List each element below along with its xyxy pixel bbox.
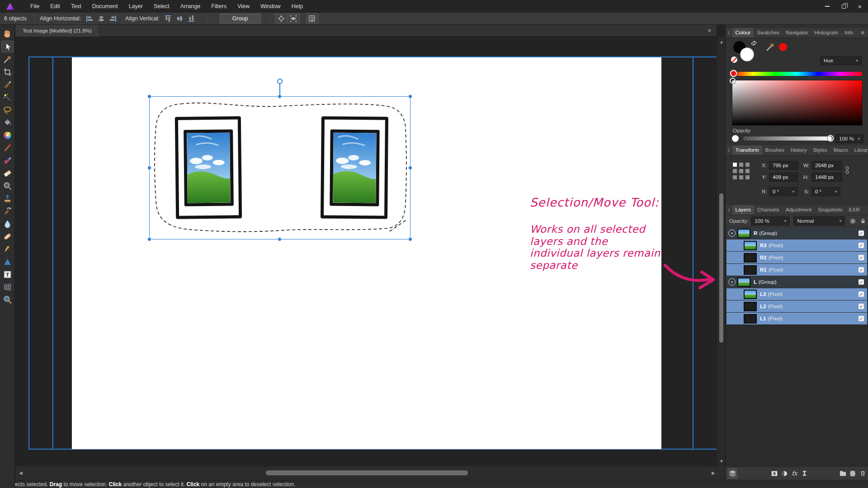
tab-macro[interactable]: Macro bbox=[830, 145, 851, 155]
show-selection-button[interactable] bbox=[288, 14, 300, 23]
layers-stack-icon[interactable] bbox=[727, 468, 737, 479]
tab-brushes[interactable]: Brushes bbox=[762, 145, 788, 155]
panel-menu-icon[interactable]: ≡ bbox=[861, 29, 864, 38]
transform-objects-separately-button[interactable] bbox=[306, 14, 319, 23]
opacity-value-dropdown[interactable]: 100 % ▾ bbox=[835, 134, 863, 143]
scroll-right-icon[interactable]: ▶ bbox=[712, 470, 715, 475]
layer-thumbnail[interactable] bbox=[744, 314, 757, 324]
vertical-scrollbar[interactable]: ▲ ▼ bbox=[717, 37, 725, 466]
dodge-tool[interactable] bbox=[1, 180, 14, 192]
menu-text[interactable]: Text bbox=[66, 1, 87, 12]
colour-picker-icon[interactable] bbox=[765, 42, 775, 53]
canvas-viewport[interactable]: Selection/Move Tool: Works on all select… bbox=[15, 37, 717, 466]
crop-tool[interactable] bbox=[1, 66, 14, 78]
menu-edit[interactable]: Edit bbox=[45, 1, 66, 12]
hue-slider-handle[interactable] bbox=[730, 70, 737, 77]
tab-navigator[interactable]: Navigator bbox=[783, 28, 811, 38]
layer-row-l[interactable]: ▼L(Group)✓ bbox=[726, 276, 867, 288]
pen-tool[interactable] bbox=[1, 243, 14, 255]
tab-transform[interactable]: Transform bbox=[732, 145, 762, 155]
healing-brush-tool[interactable] bbox=[1, 230, 14, 242]
group-button[interactable]: Group bbox=[220, 14, 261, 23]
primary-colour-swatch[interactable] bbox=[741, 48, 754, 61]
adjustment-layer-icon[interactable] bbox=[779, 468, 789, 479]
picked-colour-swatch[interactable] bbox=[779, 43, 787, 51]
h-field[interactable]: 1448 px bbox=[811, 173, 842, 182]
undo-brush-tool[interactable] bbox=[1, 205, 14, 217]
tab-colour[interactable]: Colour bbox=[732, 28, 754, 38]
layers-opacity-dropdown[interactable]: 100 % ▾ bbox=[751, 216, 790, 225]
y-field[interactable]: 409 px bbox=[769, 173, 798, 182]
layer-thumbnail[interactable] bbox=[744, 241, 757, 250]
tab-channels[interactable]: Channels bbox=[754, 205, 783, 215]
tab-info[interactable]: Info bbox=[841, 28, 856, 38]
rotation-field[interactable]: 0 ° ▾ bbox=[769, 187, 798, 196]
paint-brush-tool[interactable] bbox=[1, 142, 14, 154]
hue-slider[interactable] bbox=[732, 72, 862, 76]
expand-group-icon[interactable]: ▼ bbox=[728, 230, 736, 237]
minimize-button[interactable] bbox=[819, 0, 835, 13]
layer-thumbnail[interactable] bbox=[744, 290, 757, 299]
lock-icon[interactable] bbox=[860, 218, 866, 224]
opacity-slider[interactable] bbox=[743, 136, 832, 141]
layer-visibility-checkbox[interactable]: ✓ bbox=[859, 279, 864, 285]
menu-document[interactable]: Document bbox=[87, 1, 123, 12]
menu-help[interactable]: Help bbox=[286, 1, 309, 12]
blend-options-gear-icon[interactable] bbox=[849, 218, 856, 225]
saturation-handle[interactable] bbox=[730, 78, 736, 84]
layer-visibility-checkbox[interactable]: ✓ bbox=[859, 230, 864, 236]
cycle-selection-box-button[interactable] bbox=[275, 14, 288, 23]
shear-field[interactable]: 0 ° ▾ bbox=[811, 187, 840, 196]
move-tool[interactable] bbox=[1, 41, 14, 52]
panel-grip-icon[interactable]: ‖ bbox=[728, 30, 730, 36]
layer-thumbnail[interactable] bbox=[737, 229, 750, 238]
flood-select-tool[interactable] bbox=[1, 91, 14, 103]
menu-window[interactable]: Window bbox=[255, 1, 286, 12]
layer-visibility-checkbox[interactable]: ✓ bbox=[859, 255, 864, 260]
layer-effects-icon[interactable]: fx bbox=[789, 468, 799, 479]
layer-visibility-checkbox[interactable]: ✓ bbox=[859, 316, 864, 321]
tab-swatches[interactable]: Swatches bbox=[754, 28, 783, 38]
close-button[interactable]: × bbox=[852, 0, 868, 13]
align-top-button[interactable] bbox=[162, 14, 174, 23]
document-tab[interactable]: Test Image [Modified] (21.8%) bbox=[15, 25, 99, 37]
scroll-up-icon[interactable]: ▲ bbox=[719, 39, 724, 44]
tab-library[interactable]: Library bbox=[851, 145, 868, 155]
shape-tool[interactable] bbox=[1, 256, 14, 267]
saturation-lightness-box[interactable] bbox=[732, 80, 863, 126]
menu-view[interactable]: View bbox=[232, 1, 255, 12]
align-right-button[interactable] bbox=[107, 14, 119, 23]
blend-mode-dropdown[interactable]: Normal ▾ bbox=[793, 216, 845, 225]
lasso-tool[interactable] bbox=[1, 104, 14, 116]
menu-filters[interactable]: Filters bbox=[206, 1, 232, 12]
document-close-icon[interactable]: × bbox=[708, 27, 711, 34]
new-layer-icon[interactable] bbox=[848, 468, 858, 479]
vertical-scroll-thumb[interactable] bbox=[719, 193, 723, 343]
horizontal-scroll-thumb[interactable] bbox=[266, 470, 468, 475]
tab-exif[interactable]: EXIF bbox=[846, 205, 864, 215]
scroll-left-icon[interactable]: ◀ bbox=[19, 470, 23, 475]
menu-select[interactable]: Select bbox=[148, 1, 175, 12]
layer-thumbnail[interactable] bbox=[744, 253, 757, 263]
layer-row-r[interactable]: ▼R(Group)✓ bbox=[726, 227, 867, 239]
tab-adjustment[interactable]: Adjustment bbox=[783, 205, 815, 215]
text-tool[interactable]: T bbox=[1, 268, 14, 280]
no-fill-swatch[interactable] bbox=[731, 56, 737, 63]
layer-visibility-checkbox[interactable]: ✓ bbox=[859, 304, 864, 309]
menu-file[interactable]: File bbox=[25, 1, 45, 12]
layer-row-l1[interactable]: L1(Pixel)✓ bbox=[726, 313, 867, 324]
delete-layer-trash-icon[interactable] bbox=[858, 468, 868, 479]
align-middle-vertical-button[interactable] bbox=[174, 14, 186, 23]
layer-row-r3[interactable]: R3(Pixel)✓ bbox=[726, 239, 867, 251]
panel-grip-icon[interactable]: ‖ bbox=[728, 207, 730, 213]
link-dimensions-icon[interactable] bbox=[845, 165, 849, 177]
layer-visibility-checkbox[interactable]: ✓ bbox=[859, 267, 864, 272]
flood-fill-tool[interactable] bbox=[1, 117, 14, 128]
blur-tool[interactable] bbox=[1, 218, 14, 230]
layer-thumbnail[interactable] bbox=[744, 302, 757, 311]
gradient-tool[interactable] bbox=[1, 129, 14, 141]
layer-row-r2[interactable]: R2(Pixel)✓ bbox=[726, 252, 867, 263]
layer-visibility-checkbox[interactable]: ✓ bbox=[859, 291, 864, 297]
erase-tool[interactable] bbox=[1, 167, 14, 179]
pixel-tool[interactable] bbox=[1, 155, 14, 166]
